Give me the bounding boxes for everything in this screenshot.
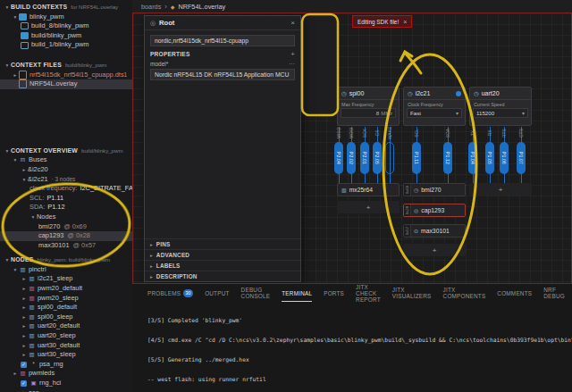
section-pins[interactable]: ▸ PINS xyxy=(145,238,300,249)
pin-p1-04[interactable]: P1.04 xyxy=(468,142,477,174)
tree-item-cap1293[interactable]: cap1293 @ 0x28 xyxy=(0,231,132,241)
tab-debug-console[interactable]: DEBUG CONSOLE xyxy=(241,284,271,302)
breadcrumb[interactable]: boards › ◆ NRF54L.overlay xyxy=(132,0,572,13)
chevron-down-icon[interactable]: ▾ xyxy=(4,3,11,13)
chevron-right-icon[interactable]: ▸ xyxy=(21,284,28,294)
tab-jitx-components[interactable]: JITX COMPONENTS xyxy=(443,284,486,302)
pin-p1-07[interactable]: P1.07 xyxy=(517,142,526,174)
tree-item-build[interactable]: build/blinky_pwm xyxy=(0,31,132,41)
chevron-down-icon[interactable]: ▾ xyxy=(12,155,19,165)
tree-item-pinctrl[interactable]: ▾ ▥ pinctrl xyxy=(0,265,132,275)
chevron-right-icon[interactable]: ▸ xyxy=(21,313,28,322)
tab-output[interactable]: OUTPUT xyxy=(205,284,229,302)
chevron-right-icon[interactable]: ▸ xyxy=(21,341,28,351)
pin-p2-01[interactable]: P2.01 xyxy=(360,142,369,174)
i2c21-add-device-button[interactable]: + xyxy=(403,244,466,256)
uart20-add-device-button[interactable]: + xyxy=(469,183,532,196)
i2c21-status-icon[interactable] xyxy=(456,91,461,96)
tree-item-uart30-default[interactable]: ▸ ▥ uart30_default xyxy=(0,341,132,351)
tree-item-i2c20[interactable]: ▸ &i2c20 xyxy=(0,165,132,175)
tree-item-build-8[interactable]: build_8/blinky_pwm xyxy=(0,21,132,31)
chevron-right-icon[interactable]: ▸ xyxy=(21,321,28,331)
close-icon[interactable]: × xyxy=(290,19,295,27)
tree-item-pwm20-sleep[interactable]: ▸ ▥ pwm20_sleep xyxy=(0,294,132,304)
uart20-block[interactable]: ◷ uart20 Current Speed 115200 ▾ xyxy=(469,87,532,126)
tree-item-pwmleds[interactable]: ▸ ▥ pwmleds xyxy=(0,369,132,379)
clock-frequency-select[interactable]: Fast ▾ xyxy=(407,108,462,118)
tree-item-bmi270[interactable]: bmi270 @ 0x69 xyxy=(0,222,132,232)
tree-item-blinky-pwm[interactable]: ▾ blinky_pwm xyxy=(0,13,132,22)
chevron-down-icon[interactable]: ▾ xyxy=(4,61,11,71)
chevron-down-icon[interactable]: ▾ xyxy=(4,146,11,156)
compatible-field[interactable]: nordic,nrf54l15dk_nrf54l15-cpuapp xyxy=(150,35,295,46)
pin-p1-05[interactable]: P1.05 xyxy=(485,142,494,174)
tree-item-spi00-default[interactable]: ▸ ▥ spi00_default xyxy=(0,303,132,313)
model-field[interactable]: Nordic nRF54L15 DK nRF54L15 Application … xyxy=(150,69,295,80)
file-item-dts[interactable]: ▸ nrf54l15dk_nrf54l15_cpuapp.dts 1 xyxy=(0,71,132,80)
chevron-down-icon[interactable]: ▾ xyxy=(21,175,28,185)
tree-item-max30101[interactable]: max30101 @ 0x57 xyxy=(0,241,132,251)
section-labels[interactable]: ▸ LABELS xyxy=(145,260,300,271)
terminal-output[interactable]: [3/5] Completed 'blinky_pwm' [4/5] cmd.e… xyxy=(132,302,572,392)
checkbox-checked[interactable]: ✓ xyxy=(21,380,27,387)
more-actions-icon[interactable]: ··· xyxy=(289,61,295,67)
chevron-down-icon[interactable]: ▾ xyxy=(12,388,19,392)
current-speed-select[interactable]: 115200 ▾ xyxy=(473,108,528,118)
tree-item-i2c21-sleep[interactable]: ▸ ▥ i2c21_sleep xyxy=(0,274,132,284)
i2c21-block[interactable]: ◷ i2c21 Clock Frequency Fast ▾ xyxy=(403,87,466,126)
tab-comments[interactable]: COMMENTS xyxy=(497,284,532,302)
chevron-down-icon[interactable]: ▾ xyxy=(4,255,11,265)
section-nodes[interactable]: ▾ NODES blinky_pwm: build/blinky_pwm xyxy=(0,255,132,265)
tree-item-nodes-group[interactable]: ▾ Nodes xyxy=(0,213,132,222)
tree-item-soc[interactable]: ▾ ○ soc xyxy=(0,388,132,392)
chevron-right-icon[interactable]: ▸ xyxy=(21,165,28,175)
tab-ports[interactable]: PORTS xyxy=(324,284,344,302)
cap1293-card[interactable]: 0x28 ◎ cap1293 xyxy=(403,204,466,217)
tab-jitx-visualizers[interactable]: JITX VISUALIZERS xyxy=(392,284,432,302)
max30101-card[interactable]: 0x57 ⊙ max30101 xyxy=(403,224,466,238)
chevron-right-icon[interactable]: ▸ xyxy=(21,294,28,304)
tree-item-uart20-sleep[interactable]: ▸ ▥ uart20_sleep xyxy=(0,331,132,341)
section-build-contexts[interactable]: ▾ BUILD CONTEXTS for NRF54L.overlay xyxy=(0,3,132,13)
spi00-add-device-button[interactable]: + xyxy=(337,201,400,213)
tree-item-build-1[interactable]: build_1/blinky_pwm xyxy=(0,40,132,50)
chevron-down-icon[interactable]: ▾ xyxy=(29,213,37,222)
pin-p2-05[interactable]: P2.05 xyxy=(373,142,382,174)
chevron-right-icon[interactable]: ▸ xyxy=(21,350,28,360)
tree-item-rng-hci[interactable]: ✓ ▣ rng_hci xyxy=(0,379,132,388)
chevron-right-icon[interactable]: ▸ xyxy=(21,274,28,284)
pin-p1-12[interactable]: P1.12 xyxy=(443,142,452,174)
chevron-right-icon[interactable]: ▸ xyxy=(12,369,19,379)
section-context-overview[interactable]: ▾ CONTEXT OVERVIEW build/blinky_pwm xyxy=(0,146,132,156)
file-item-overlay[interactable]: NRF54L.overlay xyxy=(0,79,132,89)
section-advanced[interactable]: ▸ ADVANCED xyxy=(145,249,300,260)
chevron-right-icon[interactable]: ▸ xyxy=(12,71,19,80)
section-context-files[interactable]: ▾ CONTEXT FILES build/blinky_pwm xyxy=(0,61,132,71)
pin-p2-04[interactable]: P2.04 xyxy=(334,142,343,174)
section-description[interactable]: ▸ DESCRIPTION xyxy=(145,271,300,281)
add-property-icon[interactable]: + xyxy=(290,50,295,58)
pin-unassigned[interactable] xyxy=(385,142,394,174)
max-frequency-field[interactable]: 8 MHz xyxy=(341,108,396,118)
tab-problems[interactable]: PROBLEMS 30 xyxy=(147,284,193,302)
tree-item-uart20-default[interactable]: ▸ ▥ uart20_default xyxy=(0,321,132,331)
chevron-right-icon[interactable]: ▸ xyxy=(21,331,28,341)
mx25r64-card[interactable]: ▥ mx25r64 xyxy=(337,183,400,196)
spi00-block[interactable]: ◷ spi00 Max Frequency 8 MHz xyxy=(337,87,400,126)
chevron-right-icon[interactable]: ▸ xyxy=(21,303,28,313)
tab-nrf-debug[interactable]: NRF DEBUG xyxy=(543,284,565,302)
pin-p2-02[interactable]: P2.02 xyxy=(347,142,356,174)
bmi270-card[interactable]: 0x69 ◷ bmi270 xyxy=(403,183,466,196)
devicetree-visual-editor[interactable]: Editing SDK file! × ◎ Root × nordic,nrf5… xyxy=(132,13,572,284)
tree-item-uart30-sleep[interactable]: ▸ ▥ uart30_sleep xyxy=(0,350,132,360)
close-icon[interactable]: × xyxy=(403,19,407,25)
chevron-down-icon[interactable]: ▾ xyxy=(12,265,19,275)
tree-item-i2c21[interactable]: ▾ &i2c21 · 3 nodes xyxy=(0,175,132,185)
tree-item-spi00-sleep[interactable]: ▸ ▥ spi00_sleep xyxy=(0,313,132,322)
tree-item-buses[interactable]: ▾ ⊟ Buses xyxy=(0,155,132,165)
chevron-down-icon[interactable]: ▾ xyxy=(12,13,19,22)
checkbox-checked[interactable]: ✓ xyxy=(21,362,27,368)
pin-p1-11[interactable]: P1.11 xyxy=(412,142,421,174)
pin-p1-06[interactable]: P1.06 xyxy=(500,142,509,174)
tree-item-psa-rng[interactable]: ✓ * psa_rng xyxy=(0,360,132,370)
